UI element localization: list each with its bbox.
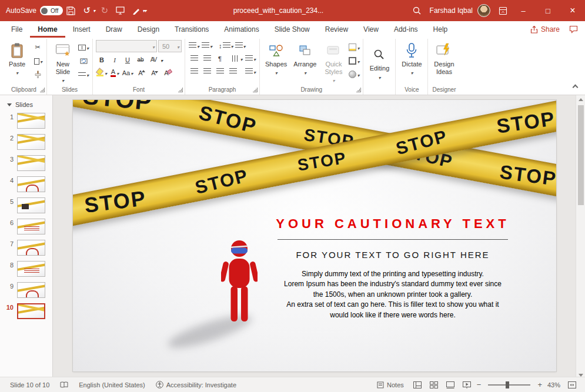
character-spacing-button[interactable]: AV	[148, 54, 159, 65]
paste-button[interactable]: Paste	[4, 40, 30, 76]
fit-slide-to-window-button[interactable]	[568, 381, 576, 388]
zoom-in-button[interactable]: +	[536, 380, 544, 389]
tab-animations[interactable]: Animations	[216, 21, 266, 38]
tab-view[interactable]: View	[356, 21, 386, 38]
zoom-out-button[interactable]: −	[475, 380, 483, 389]
slide-thumbnail-row[interactable]: 3	[0, 155, 52, 176]
tab-file[interactable]: File	[4, 21, 30, 38]
user-name[interactable]: Farshad Iqbal	[430, 6, 473, 15]
tab-slide-show[interactable]: Slide Show	[267, 21, 317, 38]
reading-view-button[interactable]	[446, 381, 454, 388]
font-size-select[interactable]: 50	[158, 40, 182, 52]
slide[interactable]: STOP STOP STOP STOP STOP STOP STOP STOP …	[73, 100, 556, 371]
slideshow-view-button[interactable]	[463, 381, 471, 388]
bullets-button[interactable]	[188, 40, 200, 51]
tab-help[interactable]: Help	[426, 21, 456, 38]
avatar[interactable]	[477, 4, 490, 17]
align-right-button[interactable]	[214, 66, 226, 77]
slide-sorter-view-button[interactable]	[430, 381, 438, 388]
line-spacing-button[interactable]: ↕	[219, 40, 233, 51]
dialog-launcher-icon[interactable]	[356, 88, 361, 92]
slide-thumbnail-row[interactable]: 5	[0, 197, 52, 219]
spell-check-button[interactable]	[55, 377, 73, 392]
layout-button[interactable]	[78, 42, 89, 53]
show-paragraph-marks-button[interactable]: ¶	[214, 53, 226, 64]
slide-thumbnail[interactable]	[17, 113, 45, 129]
scroll-down-button[interactable]	[576, 368, 585, 377]
dialog-launcher-icon[interactable]	[178, 88, 183, 92]
minimize-button[interactable]: –	[511, 0, 536, 21]
section-button[interactable]	[78, 69, 89, 80]
arrange-button[interactable]: Arrange	[291, 40, 319, 76]
maximize-button[interactable]: □	[536, 0, 560, 21]
strikethrough-button[interactable]: ab	[135, 54, 146, 65]
zoom-slider[interactable]	[488, 384, 530, 386]
shape-outline-button[interactable]	[348, 55, 360, 66]
scrollbar-thumb[interactable]	[578, 105, 584, 205]
copy-button[interactable]	[32, 55, 44, 66]
zoom-level[interactable]: 43%	[544, 381, 564, 388]
share-button[interactable]: Share	[523, 25, 567, 33]
dialog-launcher-icon[interactable]	[40, 88, 45, 92]
tab-review[interactable]: Review	[317, 21, 356, 38]
font-color-button[interactable]: A	[109, 67, 121, 78]
columns-button[interactable]	[232, 53, 243, 64]
dictate-button[interactable]: Dictate	[399, 40, 424, 76]
dialog-launcher-icon[interactable]	[253, 88, 258, 92]
language-button[interactable]: English (United States)	[73, 377, 151, 392]
zoom-slider-thumb[interactable]	[506, 381, 509, 388]
font-name-select[interactable]	[96, 40, 157, 52]
tab-add-ins[interactable]: Add-ins	[386, 21, 426, 38]
shrink-font-button[interactable]: A	[148, 67, 159, 78]
bold-button[interactable]: B	[96, 54, 108, 65]
text-highlight-button[interactable]	[96, 67, 108, 78]
decrease-indent-button[interactable]	[188, 53, 200, 64]
accessibility-button[interactable]: Accessibility: Investigate	[151, 377, 242, 392]
slide-subtitle[interactable]: FOR YOUR TEXT TO GO RIGHT HERE	[267, 250, 519, 260]
slide-thumbnail[interactable]	[17, 261, 45, 277]
slide-thumbnail[interactable]	[17, 240, 45, 256]
autosave-pill[interactable]: Off	[40, 6, 63, 15]
slide-thumbnail[interactable]	[17, 219, 45, 234]
italic-button[interactable]: I	[109, 54, 121, 65]
change-case-button[interactable]: Aa	[122, 67, 133, 78]
tab-draw[interactable]: Draw	[98, 21, 130, 38]
tab-insert[interactable]: Insert	[65, 21, 98, 38]
shape-effects-button[interactable]	[348, 69, 360, 80]
new-slide-button[interactable]: New Slide	[50, 40, 76, 83]
ink-button[interactable]	[129, 3, 143, 18]
format-painter-button[interactable]	[32, 69, 44, 80]
collapse-ribbon-button[interactable]	[570, 82, 580, 92]
slide-thumbnail[interactable]	[17, 197, 45, 213]
align-left-button[interactable]	[188, 66, 200, 77]
justify-button[interactable]	[227, 66, 239, 77]
slide-thumbnail[interactable]	[17, 282, 45, 298]
close-button[interactable]: ×	[560, 0, 585, 21]
ribbon-display-options-button[interactable]	[496, 3, 510, 18]
clear-formatting-button[interactable]: A	[161, 67, 172, 78]
autosave-toggle[interactable]: AutoSave Off	[6, 6, 63, 15]
slide-body-text[interactable]: Simply dummy text of the printing and ty…	[267, 269, 519, 320]
vertical-scrollbar[interactable]	[576, 95, 585, 377]
search-button[interactable]	[410, 3, 424, 18]
slide-text-block[interactable]: YOUR CAUTIONARY TEXT FOR YOUR TEXT TO GO…	[267, 216, 519, 320]
slide-thumbnail-row[interactable]: 2	[0, 134, 52, 155]
notes-button[interactable]: Notes	[372, 381, 409, 388]
slide-thumbnail-row[interactable]: 8	[0, 261, 52, 282]
align-center-button[interactable]	[201, 66, 213, 77]
save-button[interactable]	[63, 3, 78, 18]
slide-thumbnail-row[interactable]: 6	[0, 219, 52, 240]
slide-thumbnail[interactable]	[17, 155, 45, 171]
slide-thumbnail-row-selected[interactable]: 10	[0, 303, 52, 324]
slide-thumbnail[interactable]	[17, 176, 45, 192]
slides-panel-header[interactable]: Slides	[0, 95, 52, 113]
numbering-button[interactable]	[201, 40, 213, 51]
start-slideshow-button[interactable]	[113, 3, 128, 18]
design-ideas-button[interactable]: Design Ideas	[431, 40, 457, 76]
reset-button[interactable]	[78, 55, 89, 66]
person-figure[interactable]	[221, 240, 258, 337]
shapes-button[interactable]: Shapes	[263, 40, 289, 76]
undo-button[interactable]: ↺	[79, 3, 94, 18]
slide-thumbnail[interactable]	[17, 134, 45, 150]
slide-thumbnail-row[interactable]: 4	[0, 176, 52, 197]
